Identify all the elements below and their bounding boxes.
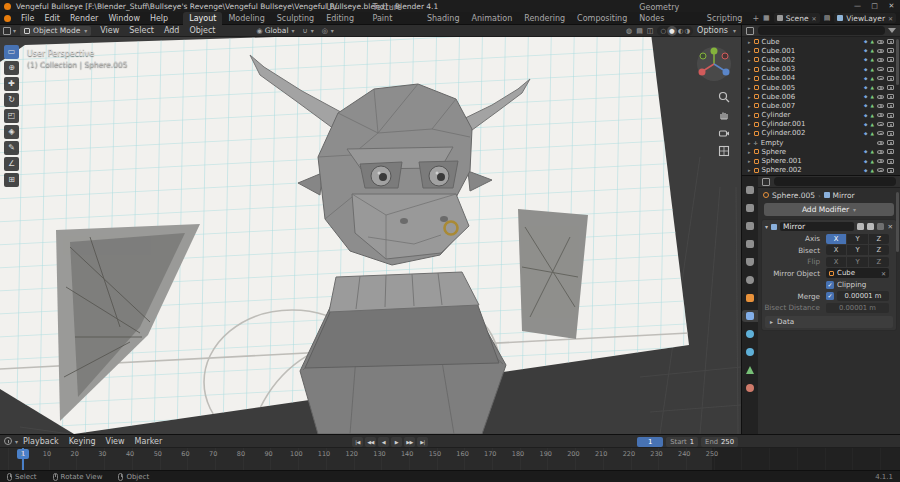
hide-in-viewport-toggle[interactable] bbox=[877, 58, 884, 62]
tool-scale[interactable]: ◰ bbox=[4, 109, 19, 123]
viewlayer-selector[interactable]: ViewLayer ✕ bbox=[834, 13, 896, 23]
show-gizmo-icon[interactable]: ◍ bbox=[626, 27, 632, 35]
play-button[interactable]: ▶ bbox=[391, 437, 402, 447]
editor-type-icon[interactable] bbox=[3, 27, 11, 35]
hide-in-viewport-toggle[interactable] bbox=[877, 86, 884, 90]
outliner-item[interactable]: ▸Cube◆▲ bbox=[742, 37, 900, 46]
outliner-item[interactable]: ▸Cylinder.001◆▲ bbox=[742, 120, 900, 129]
outliner-item[interactable]: ▸Cube.003◆▲ bbox=[742, 65, 900, 74]
hide-in-viewport-toggle[interactable] bbox=[877, 159, 884, 163]
shading-material-icon[interactable]: ◐ bbox=[678, 26, 684, 36]
properties-search-input[interactable] bbox=[774, 177, 896, 186]
hide-in-viewport-toggle[interactable] bbox=[877, 131, 884, 135]
properties-tab-render[interactable] bbox=[742, 202, 758, 214]
disable-in-render-toggle[interactable] bbox=[887, 85, 894, 90]
disclosure-icon[interactable]: ▸ bbox=[748, 48, 751, 54]
bisect-distance-field[interactable]: 0.00001 m bbox=[826, 303, 889, 313]
properties-tab-physics[interactable] bbox=[742, 346, 758, 358]
scene-selector[interactable]: Scene ✕ bbox=[774, 13, 820, 23]
tool-cursor[interactable]: ⊕ bbox=[4, 61, 19, 75]
hide-in-viewport-toggle[interactable] bbox=[877, 95, 884, 99]
viewport-3d[interactable]: ▭⊕✚↻◰◈✎∠⊞ User Perspective (1) Collectio… bbox=[0, 37, 741, 434]
hide-in-viewport-toggle[interactable] bbox=[877, 168, 884, 172]
disclosure-icon[interactable]: ▸ bbox=[748, 121, 751, 127]
prev-keyframe-button[interactable]: ◀◀ bbox=[365, 437, 376, 447]
timeline-menu-playback[interactable]: Playback bbox=[18, 435, 64, 448]
disable-in-render-toggle[interactable] bbox=[887, 76, 894, 81]
jump-to-start-button[interactable]: |◀ bbox=[352, 437, 363, 447]
menu-window[interactable]: Window bbox=[103, 12, 145, 25]
unlink-scene-icon[interactable]: ✕ bbox=[812, 15, 817, 22]
options-menu[interactable]: Options bbox=[697, 26, 728, 35]
properties-tab-data[interactable] bbox=[742, 364, 758, 376]
outliner-item[interactable]: ▸Cube.004◆▲ bbox=[742, 74, 900, 83]
workspace-tab-uv-editing[interactable]: UV Editing bbox=[320, 1, 366, 25]
toggle-xray-icon[interactable]: ◫ bbox=[647, 27, 654, 35]
disclosure-icon[interactable]: ▸ bbox=[748, 39, 751, 45]
workspace-tab-sculpting[interactable]: Sculpting bbox=[271, 12, 320, 25]
timeline-menu-view[interactable]: View bbox=[101, 435, 130, 448]
menu-help[interactable]: Help bbox=[145, 12, 173, 25]
tool-transform[interactable]: ◈ bbox=[4, 125, 19, 139]
hide-in-viewport-toggle[interactable] bbox=[877, 76, 884, 80]
merge-value-field[interactable]: 0.00001 m bbox=[837, 291, 889, 301]
shading-solid-icon[interactable]: ● bbox=[667, 26, 677, 36]
properties-tab-modifiers[interactable] bbox=[742, 310, 758, 322]
workspace-tab-shading[interactable]: Shading bbox=[421, 12, 466, 25]
properties-scrollbar[interactable] bbox=[896, 192, 899, 252]
jump-to-end-button[interactable]: ▶| bbox=[417, 437, 428, 447]
properties-tab-output[interactable] bbox=[742, 220, 758, 232]
workspace-tab-scripting[interactable]: Scripting bbox=[701, 12, 749, 25]
disable-in-render-toggle[interactable] bbox=[887, 131, 894, 136]
play-reverse-button[interactable]: ◀ bbox=[378, 437, 389, 447]
outliner-item[interactable]: ▸Cylinder◆▲ bbox=[742, 111, 900, 120]
expand-icon[interactable]: ▾ bbox=[765, 223, 768, 230]
show-overlays-icon[interactable]: ▤ bbox=[636, 27, 643, 35]
navigation-gizmo[interactable] bbox=[695, 45, 733, 85]
disclosure-icon[interactable]: ▸ bbox=[748, 94, 751, 100]
menu-file[interactable]: File bbox=[16, 12, 39, 25]
breadcrumb-modifier[interactable]: Mirror bbox=[833, 191, 855, 200]
outliner-item[interactable]: ▸Cube.006◆▲ bbox=[742, 92, 900, 101]
disclosure-icon[interactable]: ▸ bbox=[748, 167, 751, 173]
minimize-button[interactable]: — bbox=[849, 0, 866, 12]
disable-in-render-toggle[interactable] bbox=[887, 57, 894, 62]
disable-in-render-toggle[interactable] bbox=[887, 149, 894, 154]
properties-tab-material[interactable] bbox=[742, 382, 758, 394]
disable-in-render-toggle[interactable] bbox=[887, 103, 894, 108]
outliner-item[interactable]: ▸Sphere◆▲ bbox=[742, 147, 900, 156]
properties-tab-particles[interactable] bbox=[742, 328, 758, 340]
clear-object-icon[interactable]: ✕ bbox=[881, 270, 886, 277]
outliner-item[interactable]: ▸Sphere.001◆▲ bbox=[742, 156, 900, 165]
outliner-item[interactable]: ▸Cube.002◆▲ bbox=[742, 55, 900, 64]
end-frame-field[interactable]: End 250 bbox=[701, 437, 738, 447]
remove-viewlayer-icon[interactable]: ✕ bbox=[888, 15, 893, 22]
disclosure-icon[interactable]: ▸ bbox=[748, 75, 751, 81]
workspace-tab-rendering[interactable]: Rendering bbox=[518, 12, 571, 25]
transform-orientation[interactable]: Global bbox=[265, 26, 289, 35]
add-modifier-button[interactable]: Add Modifier ▾ bbox=[764, 203, 894, 216]
hide-in-viewport-toggle[interactable] bbox=[877, 49, 884, 53]
properties-tab-object[interactable] bbox=[742, 292, 758, 304]
disable-in-render-toggle[interactable] bbox=[887, 159, 894, 164]
hide-in-viewport-toggle[interactable] bbox=[877, 122, 884, 126]
outliner-item[interactable]: ▸Sphere.002◆▲ bbox=[742, 166, 900, 175]
disclosure-icon[interactable]: ▸ bbox=[748, 130, 751, 136]
camera-view-icon[interactable] bbox=[718, 127, 730, 139]
editor-type-icon[interactable] bbox=[746, 27, 754, 35]
disable-in-render-toggle[interactable] bbox=[887, 39, 894, 44]
timeline-menu-marker[interactable]: Marker bbox=[130, 435, 168, 448]
workspace-tab-geometry-nodes[interactable]: Geometry Nodes bbox=[633, 1, 701, 25]
axis-x-button[interactable]: X bbox=[826, 234, 846, 244]
outliner-search-input[interactable] bbox=[758, 26, 885, 35]
disclosure-icon[interactable]: ▸ bbox=[748, 57, 751, 63]
next-keyframe-button[interactable]: ▶▶ bbox=[404, 437, 415, 447]
workspace-tab-layout[interactable]: Layout bbox=[183, 12, 222, 25]
edit-mode-display-toggle[interactable] bbox=[857, 223, 864, 230]
outliner-item[interactable]: ▸Cube.007◆▲ bbox=[742, 101, 900, 110]
disclosure-icon[interactable]: ▸ bbox=[748, 85, 751, 91]
workspace-tab-modeling[interactable]: Modeling bbox=[222, 12, 270, 25]
hide-in-viewport-toggle[interactable] bbox=[877, 141, 884, 145]
outliner-item[interactable]: ▸Cube.001◆▲ bbox=[742, 46, 900, 55]
workspace-tab-compositing[interactable]: Compositing bbox=[571, 12, 633, 25]
